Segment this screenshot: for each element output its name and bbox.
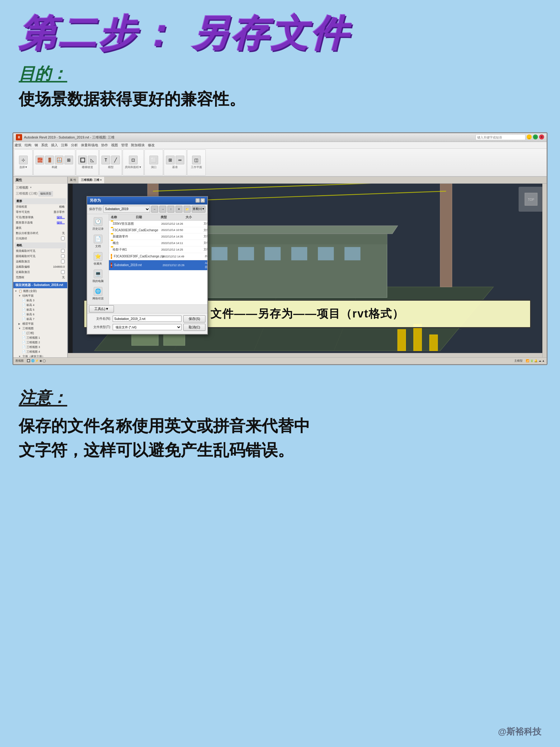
filetype-select[interactable]: 项目文件 (*.rvt) bbox=[113, 324, 181, 330]
tools-btn[interactable]: 工具(L)▼ bbox=[89, 305, 114, 312]
forward-btn[interactable]: → bbox=[159, 206, 166, 212]
graphic-display-edit-btn[interactable]: 编辑... bbox=[57, 221, 65, 225]
tree-level3[interactable]: 📄 标高 3 bbox=[21, 298, 67, 303]
menu-item-addons[interactable]: 附加模块 bbox=[131, 143, 145, 148]
cancel-button[interactable]: 取消(C) bbox=[183, 324, 205, 331]
nav-cube[interactable]: TOP bbox=[518, 187, 543, 212]
edit-type-btn[interactable]: 编辑类型 bbox=[39, 191, 53, 197]
tree-structural-plans[interactable]: ▼结构平面 bbox=[17, 293, 67, 298]
svg-rect-25 bbox=[398, 329, 406, 351]
vertical-scrollbar[interactable] bbox=[542, 184, 546, 357]
tree-3d-view2[interactable]: 📄 三维视图 2 bbox=[21, 340, 67, 345]
save-button[interactable]: 保存(S) bbox=[183, 315, 205, 323]
delete-btn[interactable]: ✕ bbox=[176, 206, 182, 212]
dialog-title-text: 另存为 bbox=[90, 198, 101, 203]
file-row-5[interactable]: 给影子例1 2022/12/12 14:25 文件夹 bbox=[109, 247, 207, 253]
tree-3d-view3[interactable]: 📄 三维视图 3 bbox=[21, 345, 67, 350]
file-row-6[interactable]: Z F3CA300E0F38F_CadExchange.zip 2022/12/… bbox=[109, 253, 207, 260]
file-row-7[interactable]: R Substation_2019.rvt 2022/12/12 15:26 A… bbox=[109, 260, 207, 271]
camera-check1[interactable] bbox=[61, 249, 65, 253]
sun-path-label: 日光路径 bbox=[16, 236, 60, 240]
tree-level6[interactable]: 📄 标高 6 bbox=[21, 312, 67, 317]
menu-item-collaborate[interactable]: 协作 bbox=[101, 143, 108, 148]
window-icon[interactable]: 🪟 bbox=[55, 156, 63, 164]
wall-icon[interactable]: 🧱 bbox=[35, 156, 44, 164]
file-row-4[interactable]: 概念 2022/12/14 14:11 文件夹 bbox=[109, 240, 207, 247]
sidebar-documents[interactable]: 📄 文档 bbox=[87, 233, 109, 250]
tree-floor-plans[interactable]: ▶楼层平面 bbox=[17, 321, 67, 326]
ramp-icon[interactable]: ◺ bbox=[88, 156, 97, 164]
up-btn[interactable]: ↑ bbox=[168, 206, 174, 212]
file-date-6: 2022/12/12 14:49 bbox=[162, 255, 203, 258]
dialog-help-btn[interactable]: ? bbox=[196, 198, 200, 203]
camera-label3: 远截取激活 bbox=[16, 260, 60, 264]
horizontal-scrollbar[interactable] bbox=[68, 353, 542, 357]
sun-path-checkbox[interactable] bbox=[61, 236, 65, 240]
tree-3d-view4[interactable]: 📄 三维视图 4 bbox=[21, 350, 67, 354]
purpose-section: 目的： 使场景数据获得更好的兼容性。 bbox=[19, 63, 541, 110]
workplane-icon[interactable]: ◫ bbox=[192, 156, 201, 164]
menu-item-analysis[interactable]: 分析 bbox=[71, 143, 78, 148]
menu-item-structure[interactable]: 结构 bbox=[25, 143, 31, 148]
select-icon[interactable]: ⊹ bbox=[19, 156, 28, 164]
revit-statusbar: 透视图 🔲 🌐 ⚡ ◉ ◯ 主模型 📶 🔋 🔔 ☁ ▲ bbox=[14, 357, 546, 364]
detail-level-row: 详细程度 粗略 bbox=[15, 204, 66, 209]
dialog-close-btn[interactable]: ✕ bbox=[201, 198, 205, 203]
menu-item-system[interactable]: 系统 bbox=[41, 143, 48, 148]
new-folder-btn[interactable]: 📁 bbox=[184, 206, 190, 212]
menu-item-annotation[interactable]: 注释 bbox=[61, 143, 68, 148]
ribbon-label-stair: 楼梯坡道 bbox=[82, 165, 93, 169]
tree-level7[interactable]: 📄 标高 7 bbox=[21, 317, 67, 321]
file-date-2: 2022/12/14 10:50 bbox=[161, 229, 202, 232]
component-icon[interactable]: ⊞ bbox=[65, 156, 73, 164]
sidebar-computer[interactable]: 💻 我的电脑 bbox=[87, 268, 109, 285]
back-btn[interactable]: ← bbox=[151, 206, 158, 212]
menu-item-architecture[interactable]: 建筑 bbox=[15, 143, 22, 148]
search-input[interactable] bbox=[476, 134, 526, 140]
visibility-edit-btn[interactable]: 编辑... bbox=[57, 215, 65, 220]
minimize-button[interactable]: _ bbox=[527, 134, 532, 139]
level-icon[interactable]: ═ bbox=[176, 156, 184, 164]
door-icon[interactable]: 🚪 bbox=[45, 156, 54, 164]
menu-item-insert[interactable]: 插入 bbox=[51, 143, 58, 148]
filename-input[interactable] bbox=[113, 316, 181, 322]
tree-level5[interactable]: 📄 标高 5 bbox=[21, 308, 67, 312]
camera-check5[interactable] bbox=[61, 270, 65, 274]
file-row-2[interactable]: F3CA300E0F38F_CadExchange 2022/12/14 10:… bbox=[109, 227, 207, 233]
menu-item-view[interactable]: 视图 bbox=[111, 143, 118, 148]
save-in-select[interactable]: Substation_2019 bbox=[103, 206, 150, 212]
sidebar-history[interactable]: 🕐 历史记录 bbox=[87, 215, 109, 233]
view-btn[interactable]: 查看(V)▼ bbox=[192, 206, 205, 212]
ribbon-icons-workplane: ◫ bbox=[192, 156, 201, 164]
tree-elevations[interactable]: ▼立面（建筑立面） bbox=[17, 354, 67, 357]
statusbar-perspective: 透视图 bbox=[15, 359, 24, 363]
view-type-selector[interactable]: 三维视图 ▼ bbox=[15, 185, 66, 190]
camera-check3[interactable] bbox=[61, 260, 65, 263]
opening-icon[interactable]: ⬜ bbox=[149, 156, 158, 164]
stair-icon[interactable]: 🔲 bbox=[78, 156, 87, 164]
camera-check2[interactable] bbox=[61, 254, 65, 258]
grid-icon[interactable]: ⊞ bbox=[166, 156, 175, 164]
maximize-button[interactable]: □ bbox=[533, 134, 538, 139]
tree-3d-view1[interactable]: 📄 三维视图 1 bbox=[21, 336, 67, 340]
model-text-icon[interactable]: T bbox=[101, 156, 110, 164]
watermark: @斯裕科技 bbox=[498, 726, 541, 738]
file-date-5: 2022/12/12 14:25 bbox=[161, 248, 202, 251]
tree-3d-views[interactable]: ▼三维视图 bbox=[17, 326, 67, 331]
room-icon[interactable]: ⊡ bbox=[129, 156, 137, 164]
sidebar-network[interactable]: 🌐 网络邻居 bbox=[87, 285, 109, 303]
tree-level4[interactable]: 📄 标高 4 bbox=[21, 303, 67, 308]
menu-item-modify[interactable]: 修改 bbox=[148, 143, 155, 148]
file-row-3[interactable]: 新建路零件 2022/12/14 14:35 文件夹 bbox=[109, 233, 207, 240]
menu-item-steel[interactable]: 钢 bbox=[34, 143, 38, 148]
file-row-1[interactable]: 330kV变压器图 2022/12/12 14:26 文件夹 bbox=[109, 221, 207, 227]
close-button[interactable]: ✕ bbox=[539, 134, 544, 139]
tree-3d-default[interactable]: 📄 {三维} bbox=[21, 331, 67, 336]
menu-item-mass[interactable]: 体量和场地 bbox=[81, 143, 98, 148]
tree-views[interactable]: ▼📋 视图 (全部) bbox=[14, 289, 67, 293]
view-tab-3d[interactable]: 三维视图: 三维 × bbox=[78, 177, 105, 183]
model-line-icon[interactable]: ╱ bbox=[111, 156, 120, 164]
menu-item-manage[interactable]: 管理 bbox=[121, 143, 128, 148]
sidebar-favorites[interactable]: ⭐ 收藏夹 bbox=[87, 250, 109, 268]
dialog-body: 🕐 历史记录 📄 文档 ⭐ 收藏夹 bbox=[87, 214, 207, 304]
